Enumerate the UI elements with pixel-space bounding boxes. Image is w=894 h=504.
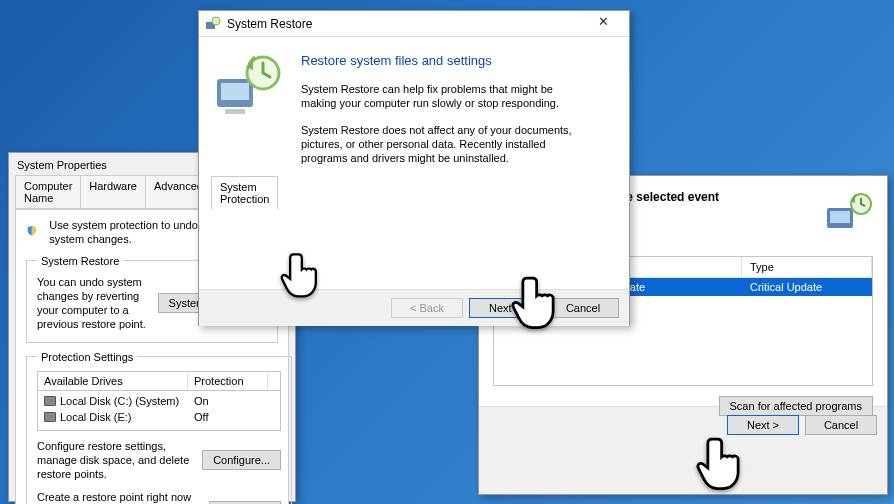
scan-affected-button[interactable]: Scan for affected programs — [719, 396, 873, 416]
drive-row[interactable]: Local Disk (E:) Off — [38, 409, 280, 425]
protection-group-legend: Protection Settings — [37, 351, 137, 363]
restore-group-legend: System Restore — [37, 255, 123, 267]
restore-window-title: System Restore — [227, 17, 583, 31]
drive-state: On — [194, 395, 274, 407]
drive-state: Off — [194, 411, 274, 423]
wizard-p2: System Restore does not affect any of yo… — [301, 123, 581, 166]
drive-name: Local Disk (E:) — [60, 411, 132, 423]
wizard-p1: System Restore can help fix problems tha… — [301, 82, 581, 111]
restore-wizard-icon — [211, 51, 283, 123]
col-type[interactable]: Type — [742, 257, 872, 277]
tab-hardware[interactable]: Hardware — [80, 175, 146, 209]
disk-icon — [44, 396, 56, 406]
tabs: Computer Name Hardware Advanced System P… — [15, 175, 289, 209]
col-protection: Protection — [188, 372, 268, 390]
disk-icon — [44, 412, 56, 422]
close-icon[interactable]: ✕ — [583, 14, 623, 34]
configure-text: Configure restore settings, manage disk … — [37, 439, 194, 482]
col-drives: Available Drives — [38, 372, 188, 390]
drive-name: Local Disk (C:) (System) — [60, 395, 179, 407]
system-properties-window: System Properties Computer Name Hardware… — [8, 152, 296, 502]
restore-title-icon — [205, 16, 221, 32]
svg-rect-1 — [830, 211, 850, 223]
create-text: Create a restore point right now for the… — [37, 490, 201, 504]
cancel-button-2[interactable]: Cancel — [547, 298, 619, 318]
tab-system-protection[interactable]: System Protection — [211, 176, 279, 210]
svg-point-5 — [212, 17, 220, 25]
svg-rect-7 — [221, 83, 249, 100]
restore-group-text: You can undo system changes by reverting… — [37, 275, 150, 332]
tab-computer-name[interactable]: Computer Name — [15, 175, 81, 209]
svg-rect-8 — [225, 109, 245, 114]
shield-icon — [26, 225, 37, 239]
next-button[interactable]: Next > — [469, 298, 541, 318]
configure-button[interactable]: Configure... — [202, 450, 281, 470]
system-restore-wizard: System Restore ✕ Restore system files an… — [198, 10, 630, 326]
cancel-button-3[interactable]: Cancel — [805, 415, 877, 435]
wizard-heading: Restore system files and settings — [301, 53, 617, 68]
row-type: Critical Update — [742, 278, 872, 296]
back-button: < Back — [391, 298, 463, 318]
drive-row[interactable]: Local Disk (C:) (System) On — [38, 393, 280, 409]
next-button-3[interactable]: Next > — [727, 415, 799, 435]
restore-icon — [823, 190, 873, 240]
